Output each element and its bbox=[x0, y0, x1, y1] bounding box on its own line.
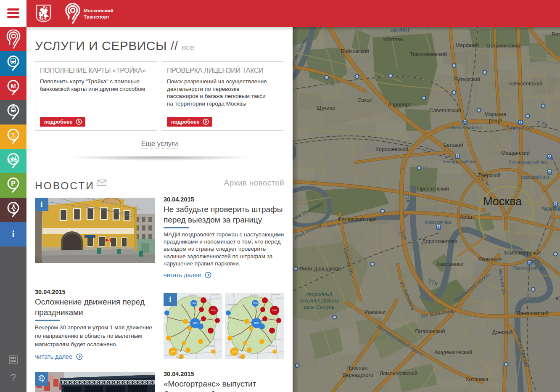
svg-text:100%: 100% bbox=[170, 351, 175, 353]
svg-text:Видное: Видное bbox=[176, 356, 184, 358]
svg-text:Видное: Видное bbox=[238, 356, 245, 358]
svg-text:Т: Т bbox=[11, 131, 15, 138]
svg-text:М: М bbox=[11, 82, 16, 90]
svg-text:100%: 100% bbox=[272, 310, 277, 312]
svg-text:Мытищи: Мытищи bbox=[250, 294, 259, 297]
svg-text:100%: 100% bbox=[232, 351, 237, 353]
svg-text:100%: 100% bbox=[191, 302, 196, 305]
svg-text:Красногорск: Красногорск bbox=[227, 303, 239, 306]
svg-text:100%: 100% bbox=[211, 310, 216, 312]
svg-text:Королев: Королев bbox=[211, 293, 219, 296]
svg-text:Люберцы: Люберцы bbox=[267, 344, 276, 347]
svg-text:100%: 100% bbox=[193, 322, 198, 324]
svg-text:Мытищи: Мытищи bbox=[189, 294, 197, 297]
svg-text:100%: 100% bbox=[253, 302, 258, 305]
svg-text:100%: 100% bbox=[254, 322, 259, 324]
svg-text:Люберцы: Люберцы bbox=[206, 344, 215, 347]
svg-text:Королев: Королев bbox=[272, 293, 280, 296]
svg-text:P: P bbox=[11, 180, 16, 187]
